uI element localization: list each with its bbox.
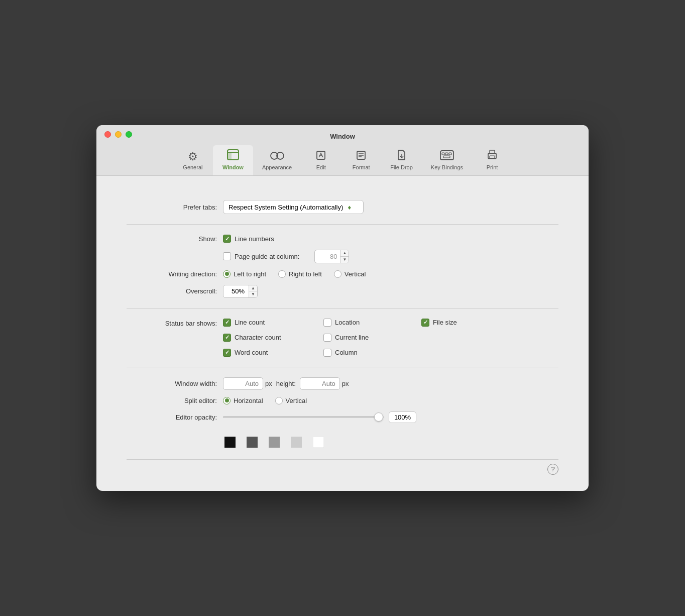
page-guide-increment[interactable]: ▲	[340, 250, 349, 257]
line-numbers-checkbox[interactable]	[223, 235, 231, 243]
page-guide-spinner[interactable]: ▲ ▼	[314, 250, 349, 263]
tab-general[interactable]: ⚙ General	[173, 147, 213, 175]
overscroll-decrement[interactable]: ▼	[249, 291, 257, 297]
status-bar-checkboxes: Line count Location File size	[223, 319, 512, 357]
opacity-presets	[223, 435, 325, 449]
toolbar: ⚙ General Window	[104, 145, 581, 175]
window-icon	[227, 149, 239, 162]
prefer-tabs-section: Prefer tabs: Respect System Setting (Aut…	[127, 190, 558, 225]
traffic-lights	[104, 131, 132, 138]
column-label: Column	[335, 349, 358, 356]
radio-split-vertical-label: Vertical	[286, 397, 307, 404]
main-window: Window ⚙ General Window	[96, 125, 589, 490]
overscroll-value: 50%	[223, 286, 249, 296]
svg-rect-12	[442, 153, 444, 155]
svg-rect-23	[313, 437, 324, 448]
line-count-wrap[interactable]: Line count	[223, 319, 308, 327]
format-icon	[356, 150, 366, 162]
radio-ltr[interactable]	[223, 270, 231, 278]
width-px-label: px	[265, 380, 272, 387]
line-count-checkbox[interactable]	[223, 319, 231, 327]
svg-rect-11	[440, 151, 453, 160]
editor-opacity-slider[interactable]	[223, 416, 384, 418]
page-guide-checkbox[interactable]	[223, 252, 231, 260]
file-size-checkbox[interactable]	[421, 319, 429, 327]
help-button[interactable]: ?	[547, 464, 558, 475]
layout-section: Window width: px height: px Split editor…	[127, 367, 558, 460]
tab-keybindings[interactable]: Key Bindings	[422, 146, 472, 175]
opacity-preset-4[interactable]	[289, 435, 303, 449]
radio-vertical-label: Vertical	[345, 270, 366, 278]
show-label: Show:	[127, 235, 217, 243]
split-vertical-wrap[interactable]: Vertical	[275, 397, 307, 404]
writing-direction-rtl[interactable]: Right to left	[278, 270, 322, 278]
opacity-preset-2[interactable]	[245, 435, 259, 449]
location-checkbox[interactable]	[323, 319, 331, 327]
window-height-input[interactable]	[300, 377, 340, 390]
page-guide-input[interactable]	[315, 251, 340, 262]
svg-rect-19	[224, 437, 236, 448]
edit-icon	[316, 150, 326, 162]
display-section: Show: Line numbers Page guide at column:…	[127, 225, 558, 308]
keybindings-icon	[440, 150, 454, 162]
opacity-preset-5[interactable]	[311, 435, 325, 449]
radio-rtl-label: Right to left	[289, 270, 322, 278]
character-count-wrap[interactable]: Character count	[223, 334, 308, 342]
window-title: Window	[330, 133, 355, 140]
show-row: Show: Line numbers	[127, 235, 558, 243]
page-guide-decrement[interactable]: ▼	[340, 257, 349, 263]
tab-filedrop-label: File Drop	[390, 164, 413, 170]
window-width-input[interactable]	[223, 377, 263, 390]
editor-opacity-value: 100%	[389, 412, 416, 423]
writing-direction-ltr[interactable]: Left to right	[223, 270, 266, 278]
file-size-wrap[interactable]: File size	[421, 319, 497, 327]
status-bar-section: Status bar shows: Line count Location	[127, 309, 558, 367]
page-guide-checkbox-wrap[interactable]: Page guide at column:	[223, 252, 299, 260]
radio-rtl[interactable]	[278, 270, 286, 278]
opacity-preset-1[interactable]	[223, 435, 237, 449]
writing-direction-vertical[interactable]: Vertical	[334, 270, 366, 278]
maximize-button[interactable]	[126, 131, 132, 138]
filedrop-icon	[397, 149, 407, 162]
column-checkbox[interactable]	[323, 349, 331, 357]
prefer-tabs-label: Prefer tabs:	[127, 203, 217, 211]
writing-direction-row: Writing direction: Left to right Right t…	[127, 270, 558, 278]
prefer-tabs-dropdown[interactable]: Respect System Setting (Automatically) ⬧	[223, 200, 364, 214]
svg-rect-18	[490, 156, 495, 158]
word-count-wrap[interactable]: Word count	[223, 349, 308, 357]
opacity-preset-3[interactable]	[267, 435, 281, 449]
character-count-label: Character count	[235, 334, 281, 341]
radio-vertical[interactable]	[334, 270, 341, 278]
prefer-tabs-row: Prefer tabs: Respect System Setting (Aut…	[127, 200, 558, 214]
tab-filedrop[interactable]: File Drop	[381, 145, 422, 175]
window-size-row: Window width: px height: px	[127, 377, 558, 390]
line-numbers-checkbox-wrap[interactable]: Line numbers	[223, 235, 298, 243]
help-icon: ?	[551, 465, 554, 473]
tab-format[interactable]: Format	[341, 146, 381, 175]
overscroll-row: Overscroll: 50% ▲ ▼	[127, 285, 558, 298]
close-button[interactable]	[104, 131, 111, 138]
split-horizontal-wrap[interactable]: Horizontal	[223, 397, 263, 404]
current-line-checkbox[interactable]	[323, 334, 331, 342]
svg-rect-15	[443, 156, 450, 158]
character-count-checkbox[interactable]	[223, 334, 231, 342]
status-bar-row: Status bar shows: Line count Location	[127, 319, 558, 357]
radio-horizontal[interactable]	[223, 397, 231, 404]
height-px-label: px	[342, 380, 349, 387]
current-line-wrap[interactable]: Current line	[323, 334, 406, 342]
tab-appearance[interactable]: Appearance	[253, 147, 301, 175]
file-size-label: File size	[433, 319, 457, 326]
editor-opacity-label: Editor opacity:	[127, 414, 217, 421]
tab-print[interactable]: Print	[472, 145, 512, 175]
location-wrap[interactable]: Location	[323, 319, 406, 327]
overscroll-spinner[interactable]: 50% ▲ ▼	[223, 285, 258, 298]
tab-keybindings-label: Key Bindings	[431, 164, 463, 170]
word-count-checkbox[interactable]	[223, 349, 231, 357]
minimize-button[interactable]	[115, 131, 122, 138]
svg-rect-13	[445, 153, 448, 155]
radio-split-vertical[interactable]	[275, 397, 283, 404]
tab-window[interactable]: Window	[213, 145, 253, 175]
tab-edit[interactable]: Edit	[301, 146, 341, 175]
overscroll-increment[interactable]: ▲	[249, 285, 257, 292]
column-wrap[interactable]: Column	[323, 349, 406, 357]
